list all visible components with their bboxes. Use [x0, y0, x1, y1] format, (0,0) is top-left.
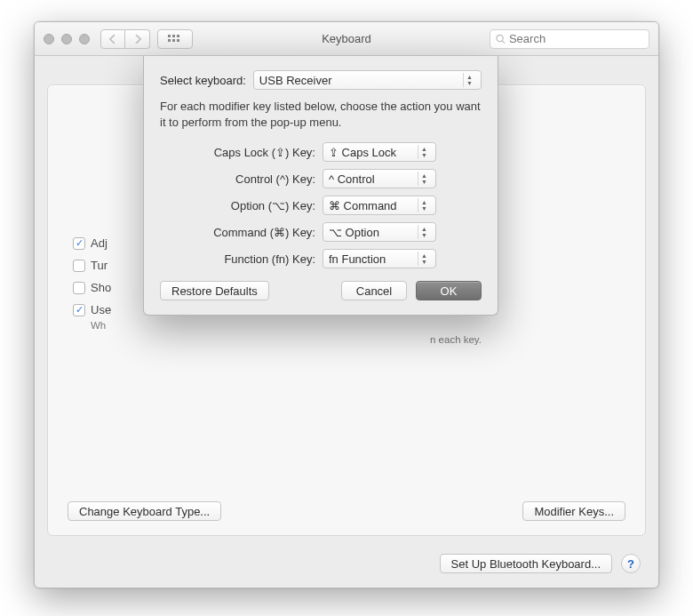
turn-checkbox[interactable] — [73, 260, 85, 272]
titlebar: Keyboard — [35, 22, 658, 56]
turn-off-row: Tur — [73, 259, 111, 272]
svg-rect-0 — [168, 35, 171, 37]
setup-bluetooth-keyboard-button[interactable]: Set Up Bluetooth Keyboard... — [440, 554, 612, 573]
capslock-row: Caps Lock (⇪) Key: ⇪ Caps Lock ▲▼ — [160, 142, 482, 162]
search-input[interactable] — [509, 32, 643, 45]
capslock-popup[interactable]: ⇪ Caps Lock ▲▼ — [323, 142, 436, 162]
use-fnkeys-row: Use — [73, 303, 111, 316]
select-keyboard-row: Select keyboard: USB Receiver ▲▼ — [160, 70, 482, 90]
function-popup[interactable]: fn Function ▲▼ — [323, 249, 436, 268]
adjust-label: Adj — [91, 236, 108, 250]
command-value: ⌥ Option — [329, 226, 379, 239]
select-keyboard-label: Select keyboard: — [160, 74, 246, 87]
restore-defaults-button[interactable]: Restore Defaults — [160, 281, 269, 300]
modifier-keys-sheet: Select keyboard: USB Receiver ▲▼ For eac… — [143, 56, 498, 316]
function-row: Function (fn) Key: fn Function ▲▼ — [160, 249, 482, 268]
option-value: ⌘ Command — [329, 199, 397, 212]
function-value: fn Function — [329, 252, 386, 266]
option-popup[interactable]: ⌘ Command ▲▼ — [323, 196, 436, 215]
svg-line-7 — [502, 40, 505, 43]
show-keyboard-row: Sho — [73, 281, 111, 294]
window-footer: Set Up Bluetooth Keyboard... ? — [440, 554, 641, 573]
nav-back-forward — [100, 29, 150, 49]
control-value: ^ Control — [329, 172, 375, 186]
close-icon[interactable] — [44, 34, 54, 44]
chevron-updown-icon: ▲▼ — [418, 225, 430, 239]
adjust-checkbox[interactable] — [73, 237, 85, 250]
options-list: Adj Tur Sho Use Wh — [73, 236, 111, 331]
capslock-value: ⇪ Caps Lock — [329, 146, 396, 159]
chevron-updown-icon: ▲▼ — [418, 172, 430, 186]
sheet-actions: Restore Defaults Cancel OK — [160, 281, 482, 300]
function-label: Function (fn) Key: — [160, 252, 315, 266]
select-keyboard-value: USB Receiver — [259, 74, 332, 87]
use-checkbox[interactable] — [73, 304, 85, 316]
command-popup[interactable]: ⌥ Option ▲▼ — [323, 222, 436, 242]
show-label: Sho — [91, 281, 111, 294]
svg-rect-2 — [177, 35, 179, 37]
use-fnkeys-note-right: n each key. — [430, 334, 482, 345]
control-label: Control (^) Key: — [160, 172, 315, 186]
control-popup[interactable]: ^ Control ▲▼ — [323, 169, 436, 188]
svg-rect-1 — [172, 35, 175, 37]
option-row: Option (⌥) Key: ⌘ Command ▲▼ — [160, 196, 482, 215]
ok-button[interactable]: OK — [416, 281, 482, 300]
select-keyboard-popup[interactable]: USB Receiver ▲▼ — [253, 70, 482, 90]
chevron-updown-icon: ▲▼ — [418, 252, 430, 266]
svg-rect-4 — [172, 39, 175, 42]
search-icon — [496, 34, 506, 44]
search-field[interactable] — [490, 29, 649, 49]
sheet-instruction: For each modifier key listed below, choo… — [160, 99, 482, 130]
use-label: Use — [91, 303, 111, 316]
minimize-icon[interactable] — [61, 34, 72, 44]
control-row: Control (^) Key: ^ Control ▲▼ — [160, 169, 482, 188]
zoom-icon[interactable] — [79, 34, 90, 44]
back-button[interactable] — [100, 29, 125, 49]
show-checkbox[interactable] — [73, 282, 85, 294]
chevron-updown-icon: ▲▼ — [418, 145, 430, 159]
show-all-button[interactable] — [157, 29, 193, 49]
svg-rect-3 — [168, 39, 171, 42]
preferences-window: Keyboard Adj Tur Sho — [34, 21, 659, 588]
panel-bottom-buttons: Change Keyboard Type... Modifier Keys... — [68, 501, 625, 521]
svg-point-6 — [497, 35, 503, 41]
change-keyboard-type-button[interactable]: Change Keyboard Type... — [68, 501, 221, 521]
traffic-lights — [44, 34, 90, 44]
command-row: Command (⌘) Key: ⌥ Option ▲▼ — [160, 222, 482, 242]
option-label: Option (⌥) Key: — [160, 199, 315, 212]
chevron-updown-icon: ▲▼ — [418, 198, 430, 212]
svg-rect-5 — [177, 39, 179, 42]
adjust-brightness-row: Adj — [73, 236, 111, 250]
forward-button[interactable] — [125, 29, 150, 49]
command-label: Command (⌘) Key: — [160, 226, 315, 239]
use-fnkeys-note-left: Wh — [91, 320, 111, 331]
chevron-updown-icon: ▲▼ — [463, 73, 475, 87]
help-button[interactable]: ? — [621, 554, 641, 573]
capslock-label: Caps Lock (⇪) Key: — [160, 146, 315, 159]
cancel-button[interactable]: Cancel — [341, 281, 407, 300]
turn-label: Tur — [91, 259, 108, 272]
modifier-keys-button[interactable]: Modifier Keys... — [522, 501, 625, 521]
